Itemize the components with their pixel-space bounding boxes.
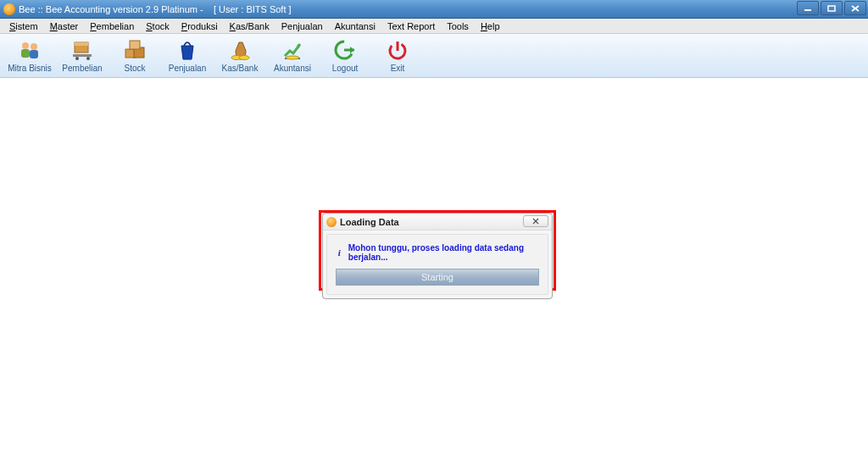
tool-label: Logout	[332, 64, 359, 73]
progress-text: Starting	[421, 272, 453, 282]
svg-rect-10	[73, 54, 92, 57]
svg-rect-7	[30, 50, 38, 58]
dialog-message-row: i Mohon tunggu, proses loading data seda…	[336, 243, 539, 262]
tool-label: Kas/Bank	[222, 64, 259, 73]
menu-help[interactable]: Help	[475, 20, 506, 32]
dialog-body: i Mohon tunggu, proses loading data seda…	[326, 234, 548, 295]
minimize-icon	[804, 5, 812, 12]
tool-label: Pembelian	[62, 64, 102, 73]
menu-produksi[interactable]: Produksi	[175, 20, 224, 32]
dialog-title: Loading Data	[340, 217, 399, 227]
tool-label: Penjualan	[169, 64, 206, 73]
menu-tools[interactable]: Tools	[441, 20, 475, 32]
dialog-message: Mohon tunggu, proses loading data sedang…	[348, 243, 539, 262]
money-bag-icon	[227, 38, 253, 62]
tool-mitra-bisnis[interactable]: Mitra Bisnis	[3, 34, 56, 77]
tool-stock[interactable]: Stock	[108, 34, 161, 77]
svg-point-11	[75, 57, 79, 60]
progress-bar: Starting	[336, 269, 539, 286]
power-icon	[385, 38, 410, 62]
svg-rect-9	[75, 42, 88, 46]
tool-exit[interactable]: Exit	[371, 34, 424, 77]
menubar: SistemMasterPembelianStockProduksiKas/Ba…	[0, 19, 868, 34]
tool-pembelian[interactable]: Pembelian	[56, 34, 108, 77]
svg-marker-23	[350, 47, 354, 53]
svg-rect-15	[130, 41, 140, 49]
menu-kasbank[interactable]: Kas/Bank	[224, 20, 275, 32]
logout-icon	[332, 38, 358, 62]
svg-point-17	[239, 56, 249, 60]
svg-point-12	[86, 57, 90, 60]
tool-logout[interactable]: Logout	[319, 34, 371, 77]
menu-akuntansi[interactable]: Akuntansi	[329, 20, 381, 32]
menu-pembelian[interactable]: Pembelian	[84, 20, 140, 32]
tool-label: Stock	[124, 64, 145, 73]
minimize-button[interactable]	[797, 1, 819, 15]
menu-master[interactable]: Master	[44, 20, 85, 32]
chart-up-icon	[280, 38, 305, 62]
svg-rect-1	[828, 6, 835, 11]
tool-label: Akuntansi	[274, 64, 311, 73]
svg-point-6	[31, 43, 37, 50]
tool-penjualan[interactable]: Penjualan	[161, 34, 214, 77]
menu-stock[interactable]: Stock	[140, 20, 175, 32]
svg-point-4	[22, 42, 29, 49]
tool-label: Exit	[391, 64, 405, 73]
window-titlebar: Bee :: Bee Accounting version 2.9 Platin…	[0, 0, 868, 19]
dialog-app-icon	[326, 217, 337, 227]
svg-rect-5	[21, 49, 30, 58]
main-content: Loading Data i Mohon tunggu, proses load…	[0, 78, 868, 450]
close-button[interactable]	[844, 1, 866, 15]
menu-penjualan[interactable]: Penjualan	[275, 20, 329, 32]
toolbar: Mitra BisnisPembelianStockPenjualanKas/B…	[0, 34, 868, 78]
menu-textreport[interactable]: Text Report	[381, 20, 441, 32]
maximize-icon	[827, 5, 836, 12]
people-icon	[17, 38, 42, 62]
close-icon	[851, 5, 860, 12]
tool-label: Mitra Bisnis	[8, 64, 52, 73]
app-icon	[3, 3, 15, 15]
maximize-button[interactable]	[821, 1, 843, 15]
info-icon: i	[336, 248, 343, 257]
dialog-close-button[interactable]	[523, 215, 548, 227]
window-title: Bee :: Bee Accounting version 2.9 Platin…	[19, 4, 292, 14]
tool-akuntansi[interactable]: Akuntansi	[266, 34, 319, 77]
menu-sistem[interactable]: Sistem	[3, 20, 44, 32]
svg-point-20	[286, 56, 299, 59]
shopping-bag-icon	[175, 38, 200, 62]
boxes-icon	[122, 38, 147, 62]
box-cart-icon	[70, 38, 95, 62]
loading-dialog: Loading Data i Mohon tunggu, proses load…	[322, 213, 553, 299]
window-controls	[797, 1, 866, 15]
tool-kas-bank[interactable]: Kas/Bank	[214, 34, 266, 77]
close-icon	[529, 218, 542, 225]
dialog-titlebar: Loading Data	[323, 214, 552, 231]
